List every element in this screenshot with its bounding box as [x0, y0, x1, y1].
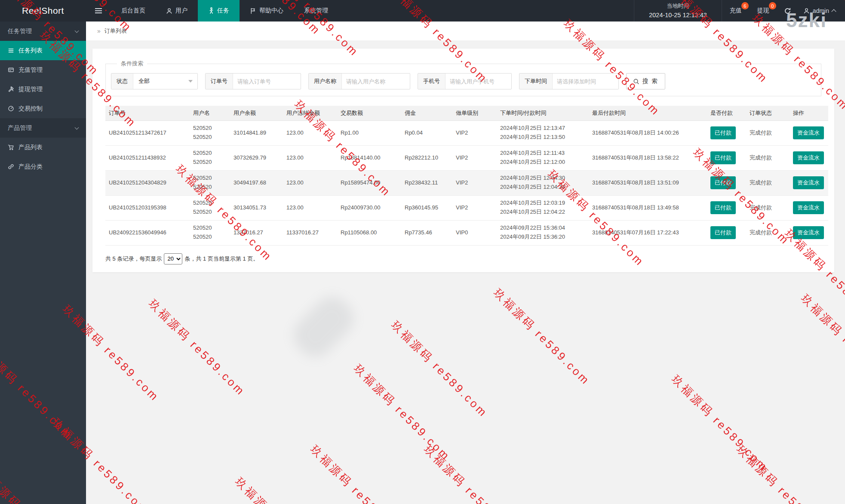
cell-username: 520520 520520 — [190, 170, 230, 195]
cell-last-pay-time: 31688740531年07月16日 17:22:43 — [589, 220, 707, 245]
column-header: 是否付款 — [707, 106, 746, 120]
filter-label: 手机号 — [418, 74, 446, 89]
local-time-value: 2024-10-25 12:13:43 — [649, 10, 707, 20]
cell-amount: Rp1105068.00 — [337, 220, 401, 245]
sidebar-item-任务列表[interactable]: 任务列表 — [0, 41, 86, 60]
nav-item-后台首页[interactable]: 后台首页 — [111, 0, 156, 22]
cell-commission: Rp360145.95 — [401, 195, 452, 220]
withdraw-button[interactable]: 提现 0 — [750, 0, 777, 22]
nav-item-用户[interactable]: 用户 — [156, 0, 198, 22]
status-select[interactable]: 全部 — [133, 74, 197, 89]
cell-status: 完成付款 — [746, 120, 790, 145]
main-content: » 订单列表 条件搜索 状态全部订单号用户名称手机号下单时间 搜 索 — [86, 22, 845, 504]
filter-input-下单时间[interactable] — [553, 74, 618, 89]
cell-level: VIP2 — [452, 170, 497, 195]
cell-level: VIP2 — [452, 195, 497, 220]
withdraw-icon — [8, 86, 14, 92]
cell-frozen: 123.00 — [283, 145, 337, 170]
cell-status: 完成付款 — [746, 170, 790, 195]
filter-label: 用户名称 — [309, 74, 342, 89]
cell-action: 资金流水 — [790, 145, 828, 170]
column-header: 下单时间/付款时间 — [497, 106, 589, 120]
chevron-up-icon — [831, 9, 836, 14]
cell-username: 520520 520520 — [190, 220, 230, 245]
cell-last-pay-time: 31688740531年08月18日 13:49:58 — [589, 195, 707, 220]
column-header: 佣金 — [401, 106, 452, 120]
orders-card: 条件搜索 状态全部订单号用户名称手机号下单时间 搜 索 订单号用户名用户余额用户… — [92, 49, 834, 272]
sidebar-item-充值管理[interactable]: 充值管理 — [0, 60, 86, 80]
cell-order-time: 2024年10月25日 12:13:47 2024年10月25日 12:13:5… — [497, 120, 589, 145]
smudge-artifact — [286, 289, 361, 364]
fund-flow-button[interactable]: 资金流水 — [793, 126, 824, 139]
cell-order-time: 2024年10月25日 12:04:30 2024年10月25日 12:04:3… — [497, 170, 589, 195]
cell-commission: Rp0.04 — [401, 120, 452, 145]
fund-flow-button[interactable]: 资金流水 — [793, 151, 824, 164]
page-size-select[interactable]: 20 — [164, 253, 182, 264]
cell-order-time: 2024年10月25日 12:11:43 2024年10月25日 12:12:0… — [497, 145, 589, 170]
recharge-icon — [8, 67, 14, 73]
paid-badge-button[interactable]: 已付款 — [710, 201, 736, 214]
cell-level: VIP0 — [452, 220, 497, 245]
column-header: 订单号 — [105, 106, 190, 120]
cell-order-no: UB2410251204304829 — [105, 170, 190, 195]
filter-label: 下单时间 — [519, 74, 553, 89]
filter-手机号: 手机号 — [418, 73, 512, 89]
nav-item-系统管理[interactable]: 系统管理 — [294, 0, 338, 22]
sidebar-item-产品分类[interactable]: 产品分类 — [0, 157, 86, 176]
column-header: 用户冻结金额 — [283, 106, 337, 120]
sidebar-group-产品管理[interactable]: 产品管理 — [0, 118, 86, 138]
column-header: 用户名 — [190, 106, 230, 120]
filter-订单号: 订单号 — [205, 73, 301, 89]
cell-balance: 30134051.73 — [230, 195, 283, 220]
refresh-button[interactable] — [777, 0, 798, 22]
cell-frozen: 123.00 — [283, 195, 337, 220]
paid-badge-button[interactable]: 已付款 — [710, 126, 736, 139]
table-row: UB2410251211438932 520520 520520 3073262… — [105, 145, 828, 170]
fund-flow-button[interactable]: 资金流水 — [793, 226, 824, 239]
sidebar-item-产品列表[interactable]: 产品列表 — [0, 138, 86, 157]
sidebar-item-交易控制[interactable]: 交易控制 — [0, 99, 86, 118]
cell-last-pay-time: 31688740531年08月18日 13:58:22 — [589, 145, 707, 170]
paid-badge-button[interactable]: 已付款 — [710, 151, 736, 164]
cell-order-time: 2024年10月25日 12:03:19 2024年10月25日 12:04:2… — [497, 195, 589, 220]
filter-input-订单号[interactable] — [233, 74, 301, 89]
cell-paid: 已付款 — [707, 145, 746, 170]
column-header: 做单级别 — [452, 106, 497, 120]
walker-icon — [208, 7, 214, 14]
search-button[interactable]: 搜 索 — [626, 73, 665, 89]
nav-item-帮助中心[interactable]: 帮助中心 — [240, 0, 294, 22]
table-row: UB2410251213472617 520520 520520 3101484… — [105, 120, 828, 145]
user-menu[interactable]: admin — [798, 0, 845, 22]
sidebar: 任务管理任务列表充值管理提现管理交易控制产品管理产品列表产品分类 — [0, 22, 86, 504]
fund-flow-button[interactable]: 资金流水 — [793, 176, 824, 189]
cell-last-pay-time: 31688740531年08月18日 13:51:09 — [589, 170, 707, 195]
pagination-prefix: 共 5 条记录，每页显示 — [105, 255, 162, 263]
filter-input-手机号[interactable] — [446, 74, 511, 89]
column-header: 最后付款时间 — [589, 106, 707, 120]
paid-badge-button[interactable]: 已付款 — [710, 176, 736, 189]
nav-item-任务[interactable]: 任务 — [198, 0, 240, 22]
filter-label: 状态 — [111, 74, 133, 89]
cell-level: VIP2 — [452, 145, 497, 170]
table-row: UB2410251204304829 520520 520520 3049419… — [105, 170, 828, 195]
cell-action: 资金流水 — [790, 170, 828, 195]
recharge-button[interactable]: 充值 6 — [722, 0, 750, 22]
cell-balance: 30494197.68 — [230, 170, 283, 195]
search-panel-legend: 条件搜索 — [117, 60, 147, 68]
cell-paid: 已付款 — [707, 195, 746, 220]
top-navbar: ReelShort 后台首页用户任务帮助中心系统管理 当地时间 2024-10-… — [0, 0, 845, 22]
cell-action: 资金流水 — [790, 195, 828, 220]
sidebar-group-任务管理[interactable]: 任务管理 — [0, 22, 86, 41]
fund-flow-button[interactable]: 资金流水 — [793, 201, 824, 214]
filter-input-用户名称[interactable] — [342, 74, 410, 89]
cell-amount: Rp24009730.00 — [337, 195, 401, 220]
table-row: UB2409221536049946 520520 520520 1337016… — [105, 220, 828, 245]
sidebar-toggle-button[interactable] — [86, 0, 111, 22]
column-header: 用户余额 — [230, 106, 283, 120]
cell-paid: 已付款 — [707, 220, 746, 245]
orders-table: 订单号用户名用户余额用户冻结金额交易数额佣金做单级别下单时间/付款时间最后付款时… — [105, 106, 828, 246]
paid-badge-button[interactable]: 已付款 — [710, 226, 736, 239]
recharge-badge: 6 — [741, 2, 749, 9]
chevron-down-icon — [75, 125, 79, 129]
sidebar-item-提现管理[interactable]: 提现管理 — [0, 80, 86, 99]
